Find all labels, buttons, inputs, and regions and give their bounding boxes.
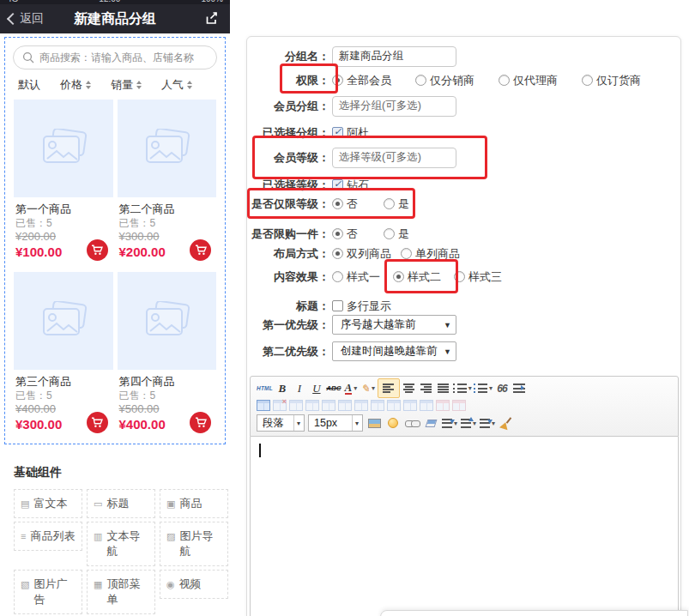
selected-level-checkbox-diamond[interactable]: 钻石 <box>332 178 369 193</box>
component-product-list-button[interactable]: ≡商品列表 <box>14 522 82 551</box>
bold-button[interactable]: B <box>275 381 290 396</box>
paragraph-format-select[interactable]: 段落▾ <box>257 414 305 432</box>
radio-icon <box>384 198 395 209</box>
insert-table-button[interactable] <box>257 400 270 411</box>
product-card[interactable]: 第二个商品 已售：5 ¥300.00 ¥200.00 <box>118 100 217 267</box>
product-card[interactable]: 第三个商品 已售：5 ¥400.00 ¥300.00 <box>14 272 113 439</box>
member-group-label: 会员分组： <box>247 99 329 114</box>
sort-tab-popularity[interactable]: 人气 <box>161 77 192 93</box>
ordered-list-button[interactable] <box>474 381 493 396</box>
sort-tab-sales[interactable]: 销量 <box>111 77 142 93</box>
indent-button[interactable] <box>511 381 527 396</box>
component-text-nav-button[interactable]: ▥文本导航 <box>87 522 155 566</box>
permission-option-agent-only[interactable]: 仅代理商 <box>499 73 558 88</box>
title-multiline-checkbox[interactable]: 多行显示 <box>332 299 391 314</box>
product-card[interactable]: 第一个商品 已售：5 ¥200.00 ¥100.00 <box>14 100 113 267</box>
product-name: 第一个商品 <box>15 202 112 216</box>
sort-arrows-icon <box>187 81 192 89</box>
insert-col-left-button[interactable] <box>354 400 368 411</box>
align-center-button[interactable] <box>402 381 417 396</box>
level-only-option-yes[interactable]: 是 <box>384 196 409 212</box>
priority2-select[interactable]: 创建时间越晚越靠前 ▼ <box>332 341 456 361</box>
content-style-option-1[interactable]: 样式一 <box>332 269 380 285</box>
align-right-button[interactable] <box>419 381 434 396</box>
italic-button[interactable]: I <box>292 381 307 396</box>
layout-option-two-column[interactable]: 双列商品 <box>332 246 391 262</box>
level-only-option-no[interactable]: 否 <box>332 196 358 212</box>
col-split-button[interactable] <box>452 400 466 411</box>
insert-image-button[interactable] <box>366 416 382 431</box>
insert-row-below-button[interactable] <box>371 400 384 411</box>
layout-option-single-column[interactable]: 单列商品 <box>401 246 460 262</box>
selected-group-checkbox-adu[interactable]: 阿杜 <box>332 125 369 141</box>
row-split-button[interactable] <box>436 400 450 411</box>
component-image-ad-button[interactable]: ▧图片广告 <box>14 570 82 614</box>
add-to-cart-button[interactable] <box>87 239 108 261</box>
highlight-color-button[interactable]: ✎ <box>360 381 376 396</box>
underline-button[interactable]: U <box>309 381 324 396</box>
product-group-canvas-selected[interactable]: 商品搜索：请输入商品、店铺名称 默认 价格 销量 人气 <box>4 37 226 444</box>
split-cell-button[interactable] <box>322 400 335 411</box>
list-spacing-button[interactable] <box>480 416 495 431</box>
checkbox-checked-icon <box>332 127 343 138</box>
line-height-button[interactable] <box>442 416 457 431</box>
permission-option-all-members[interactable]: 全部会员 <box>332 73 391 88</box>
checkbox-checked-icon <box>332 179 343 190</box>
component-image-nav-button[interactable]: ▨图片导航 <box>160 522 228 566</box>
delete-table-button[interactable] <box>273 400 287 411</box>
content-style-option-3[interactable]: 样式三 <box>454 269 502 285</box>
sort-tab-default[interactable]: 默认 <box>18 77 40 93</box>
component-richtext-button[interactable]: ▤富文本 <box>14 489 82 518</box>
editor-content-area[interactable] <box>250 437 679 616</box>
permission-option-orderer-only[interactable]: 仅订货商 <box>582 73 641 88</box>
html-source-button[interactable]: HTML <box>257 381 273 396</box>
share-button[interactable] <box>203 11 220 29</box>
product-sold-count: 已售：5 <box>119 216 215 230</box>
product-search-input[interactable]: 商品搜索：请输入商品、店铺名称 <box>13 45 217 69</box>
member-level-select-input[interactable]: 选择等级(可多选) <box>332 148 456 168</box>
product-sold-count: 已售：5 <box>119 389 215 402</box>
product-image-placeholder <box>14 272 113 370</box>
font-size-select[interactable]: 15px▾ <box>308 414 363 432</box>
limit-one-option-no[interactable]: 否 <box>332 226 358 242</box>
image-placeholder-icon <box>39 301 88 341</box>
radio-icon <box>384 228 395 239</box>
insert-row-above-button[interactable] <box>338 400 352 411</box>
sort-bar: 默认 价格 销量 人气 <box>5 75 225 98</box>
content-style-option-2[interactable]: 样式二 <box>393 269 441 285</box>
component-top-menu-button[interactable]: ▦顶部菜单 <box>87 570 155 614</box>
component-product-button[interactable]: ▣商品 <box>160 489 228 518</box>
priority1-select[interactable]: 序号越大越靠前 ▼ <box>332 315 456 335</box>
align-left-button-active[interactable] <box>378 378 400 398</box>
format-brush-button[interactable] <box>499 416 514 431</box>
strikethrough-button[interactable]: ABC <box>326 381 341 396</box>
group-name-input[interactable]: 新建商品分组 <box>332 46 456 67</box>
blockquote-button[interactable]: 66 <box>494 381 510 396</box>
component-video-button[interactable]: ◉视频 <box>160 570 228 599</box>
image-ad-icon: ▧ <box>21 577 29 607</box>
unordered-list-button[interactable] <box>453 381 472 396</box>
product-card[interactable]: 第四个商品 已售：5 ¥500.00 ¥400.00 <box>118 272 217 439</box>
add-to-cart-button[interactable] <box>190 412 211 433</box>
insert-col-right-button[interactable] <box>387 400 401 411</box>
component-title-button[interactable]: ▭标题 <box>87 489 155 518</box>
radio-checked-icon <box>332 198 343 209</box>
delete-row-button[interactable] <box>420 400 433 411</box>
font-color-button[interactable]: A <box>343 381 359 396</box>
image-placeholder-icon <box>39 129 88 168</box>
delete-col-button[interactable] <box>403 400 417 411</box>
add-to-cart-button[interactable] <box>87 412 108 433</box>
merge-cells-button[interactable] <box>305 400 319 411</box>
sort-tab-price[interactable]: 价格 <box>60 77 91 93</box>
align-justify-button[interactable] <box>436 381 451 396</box>
limit-one-option-yes[interactable]: 是 <box>384 226 409 242</box>
insert-emoji-button[interactable] <box>385 416 401 431</box>
add-to-cart-button[interactable] <box>190 239 211 261</box>
permission-option-distributor-only[interactable]: 仅分销商 <box>415 73 474 88</box>
paragraph-spacing-button[interactable] <box>461 416 476 431</box>
search-icon <box>22 51 34 63</box>
member-group-select-input[interactable]: 选择分组(可多选) <box>332 96 456 117</box>
insert-link-button[interactable] <box>404 416 420 431</box>
remove-format-button[interactable] <box>423 416 438 431</box>
table-properties-button[interactable] <box>289 400 303 411</box>
